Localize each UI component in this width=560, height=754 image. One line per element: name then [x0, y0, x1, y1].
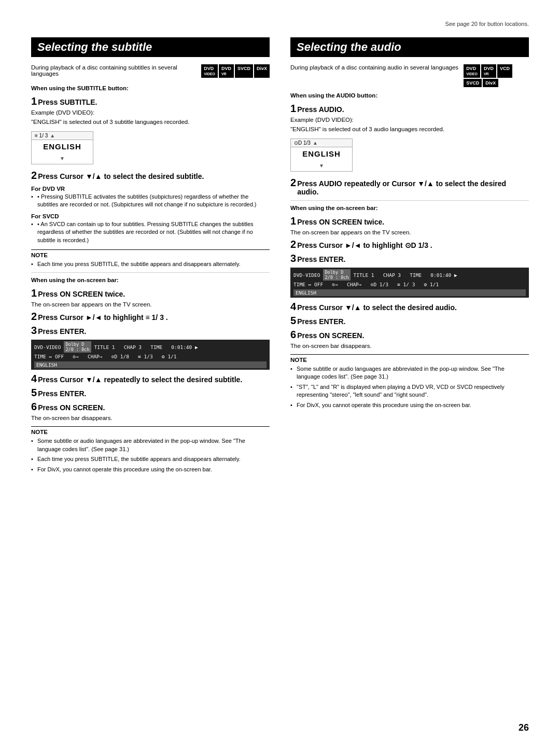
subtitle-english-top: ≡ 1/ 3 ▲: [32, 132, 93, 140]
subtitle-os-step6-num: 6: [31, 401, 37, 413]
audio-os-step4-num: 4: [290, 301, 296, 313]
audio-os-step6-sub: The on-screen bar disappears.: [290, 343, 529, 349]
divider1: [31, 272, 270, 273]
subtitle-note-header: NOTE: [31, 249, 270, 258]
audio-os-step2-row: 2 Press Cursor ►/◄ to highlight ⊙D 1/3 .: [290, 239, 529, 250]
audio-disc-note: During playback of a disc containing aud…: [290, 64, 458, 71]
audio-bar-row1-text: DVD-VIDEO: [293, 272, 320, 278]
audio-os-step5-num: 5: [290, 315, 296, 327]
audio-note3: For DivX, you cannot operate this proced…: [290, 401, 529, 409]
badge-audio-dvd-vr: DVDVR: [481, 64, 496, 78]
subtitle-badges: DVDVIDEO DVDVR SVCD DivX: [201, 64, 270, 78]
audio-os-step3-num: 3: [290, 253, 296, 264]
subtitle-for-svcd-label: For SVCD: [31, 213, 270, 219]
audio-arrow-down: ▼: [319, 163, 324, 169]
subtitle-os-step5-row: 5 Press ENTER.: [31, 387, 270, 399]
subtitle-step2-text: Press Cursor ▼/▲ to select the desired s…: [38, 172, 204, 180]
subtitle-os-step3-text: Press ENTER.: [38, 327, 86, 336]
audio-note1: Some subtitle or audio languages are abb…: [290, 365, 529, 381]
subtitle-for-dvr-label: For DVD VR: [31, 186, 270, 192]
badge-audio-divx: DivX: [483, 79, 498, 87]
subtitle-step1-num: 1: [31, 95, 37, 107]
audio-os-step2-num: 2: [290, 239, 296, 250]
audio-button-label: When using the AUDIO button:: [290, 92, 529, 99]
subtitle-bar-row1-text: DVD-VIDEO: [34, 344, 61, 350]
subtitle-section: Selecting the subtitle During playback o…: [31, 37, 270, 476]
audio-os-step5-row: 5 Press ENTER.: [290, 315, 529, 327]
subtitle-note2-3: For DivX, you cannot operate this proced…: [31, 466, 270, 473]
subtitle-dvr-note: • Pressing SUBTITLE activates the subtit…: [31, 193, 270, 209]
audio-step2-row: 2 Press AUDIO repeatedly or Cursor ▼/▲ t…: [290, 177, 529, 196]
subtitle-os-step5-num: 5: [31, 387, 37, 399]
subtitle-bar-time: TIME ↔ OFF ⊙→ CHAP→ ⊙D 1/8 ≡ 1/3 ⚙ 1/1: [34, 354, 177, 359]
audio-os-step1-row: 1 Press ON SCREEN twice.: [290, 215, 529, 227]
subtitle-os-step1-text: Press ON SCREEN twice.: [38, 290, 125, 298]
audio-bar-english: ENGLISH: [293, 289, 526, 296]
subtitle-bar-row2: TIME ↔ OFF ⊙→ CHAP→ ⊙D 1/8 ≡ 1/3 ⚙ 1/1: [34, 354, 267, 359]
subtitle-os-step5-text: Press ENTER.: [38, 389, 86, 398]
audio-step1-num: 1: [290, 103, 296, 115]
subtitle-os-step3-row: 3 Press ENTER.: [31, 325, 270, 337]
audio-badge-row1: DVDVIDEO DVDVR VCD: [464, 64, 512, 78]
audio-os-step5-text: Press ENTER.: [297, 317, 345, 326]
audio-bar-inner: DVD-VIDEO Dolby D2/0 : 0ch TITLE 1 CHAP …: [293, 269, 526, 296]
audio-dolby-label: Dolby D2/0 : 0ch: [323, 269, 350, 281]
audio-os-step6-row: 6 Press ON SCREEN.: [290, 329, 529, 341]
page-container: See page 20 for button locations. Select…: [0, 0, 560, 754]
audio-arrow-up: ▲: [313, 140, 318, 146]
subtitle-step2-row: 2 Press Cursor ▼/▲ to select the desired…: [31, 170, 270, 181]
badge-audio-vcd: VCD: [497, 64, 512, 78]
badge-divx: DivX: [254, 64, 270, 78]
subtitle-section-title: Selecting the subtitle: [31, 37, 270, 57]
subtitle-onscreen-label: When using the on-screen bar:: [31, 277, 270, 283]
audio-os-step1-text: Press ON SCREEN twice.: [297, 218, 384, 226]
subtitle-step1-sub1: Example (DVD VIDEO):: [31, 109, 270, 116]
audio-step1-sub1: Example (DVD VIDEO):: [290, 117, 529, 123]
badge-svcd: SVCD: [235, 64, 253, 78]
subtitle-bar-title: TITLE 1 CHAP 3 TIME 0:01:40 ▶: [94, 344, 198, 350]
audio-os-step3-text: Press ENTER.: [297, 255, 345, 263]
subtitle-badge-row1: DVDVIDEO DVDVR SVCD DivX: [201, 64, 270, 78]
subtitle-os-step1-sub: The on-screen bar appears on the TV scre…: [31, 301, 270, 308]
top-note: See page 20 for button locations.: [31, 21, 529, 27]
subtitle-button-label: When using the SUBTITLE button:: [31, 85, 270, 91]
audio-os-step4-row: 4 Press Cursor ▼/▲ to select the desired…: [290, 301, 529, 313]
subtitle-os-step3-num: 3: [31, 325, 37, 337]
subtitle-os-step6-sub: The on-screen bar disappears.: [31, 415, 270, 421]
audio-english-top: ⊙D 1/3 ▲: [291, 139, 352, 147]
subtitle-english-top-text: ≡ 1/ 3: [35, 133, 48, 138]
audio-step1-text: Press AUDIO.: [297, 105, 344, 114]
audio-section: Selecting the audio During playback of a…: [290, 37, 529, 476]
audio-english-box: ⊙D 1/3 ▲ ENGLISH ▼: [290, 138, 353, 172]
badge-dvd-vr: DVDVR: [219, 64, 234, 78]
page-number: 26: [519, 722, 529, 733]
audio-divider: [290, 200, 529, 201]
subtitle-os-step2-num: 2: [31, 311, 37, 323]
subtitle-step1-sub2: "ENGLISH" is selected out of 3 subtitle …: [31, 119, 270, 125]
subtitle-os-step1-row: 1 Press ON SCREEN twice.: [31, 287, 270, 299]
audio-english-label: ENGLISH: [291, 147, 352, 161]
subtitle-note2-header: NOTE: [31, 426, 270, 435]
subtitle-os-step6-text: Press ON SCREEN.: [38, 403, 105, 412]
subtitle-svcd-note: • An SVCD can contain up to four subtitl…: [31, 220, 270, 244]
subtitle-os-step6-row: 6 Press ON SCREEN.: [31, 401, 270, 413]
audio-os-step6-num: 6: [290, 329, 296, 341]
subtitle-bar-english: ENGLISH: [34, 361, 267, 368]
audio-badges: DVDVIDEO DVDVR VCD SVCD DivX: [464, 64, 512, 87]
subtitle-disc-info: During playback of a disc containing sub…: [31, 64, 270, 80]
subtitle-note2-1: Some subtitle or audio languages are abb…: [31, 437, 270, 453]
audio-step1-sub2: "ENGLISH" is selected out of 3 audio lan…: [290, 126, 529, 132]
subtitle-os-step4-num: 4: [31, 373, 37, 385]
two-column-layout: Selecting the subtitle During playback o…: [31, 37, 529, 476]
audio-onscreen-bar: DVD-VIDEO Dolby D2/0 : 0ch TITLE 1 CHAP …: [290, 268, 529, 298]
subtitle-english-box: ≡ 1/ 3 ▲ ENGLISH ▼: [31, 131, 93, 164]
audio-bar-title: TITLE 1 CHAP 3 TIME 0:01:40 ▶: [354, 272, 457, 278]
subtitle-step1-text: Press SUBTITLE.: [38, 98, 97, 106]
subtitle-step1-row: 1 Press SUBTITLE.: [31, 95, 270, 107]
audio-bar-row2: TIME ↔ OFF ⊙→ CHAP→ ⊙D 1/3 ≡ 1/ 3 ⚙ 1/1: [293, 282, 526, 287]
audio-step2-num: 2: [290, 177, 296, 189]
subtitle-arrow-down: ▼: [60, 156, 65, 161]
subtitle-bar-inner: DVD-VIDEO Dolby D2/0 : 0ch TITLE 1 CHAP …: [34, 341, 267, 368]
audio-english-top-text: ⊙D 1/3: [294, 140, 311, 146]
subtitle-os-step4-row: 4 Press Cursor ▼/▲ repeatedly to select …: [31, 373, 270, 385]
